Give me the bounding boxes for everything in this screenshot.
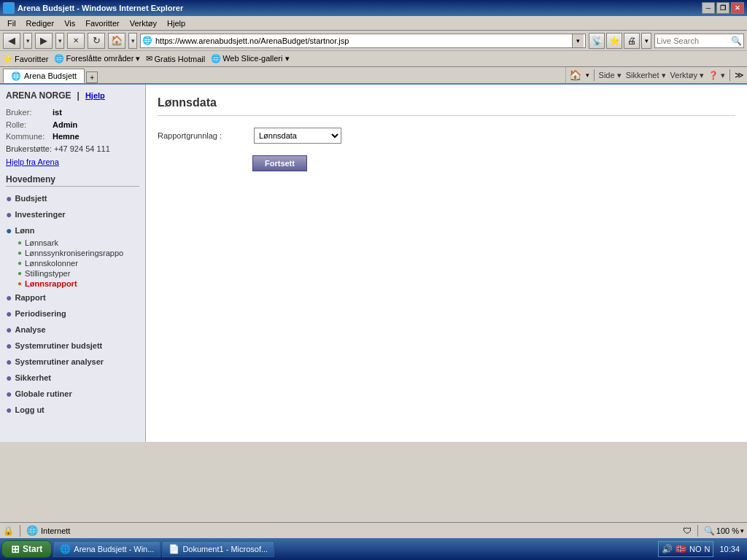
webslice-link[interactable]: 🌐 Web Slice-galleri ▾	[211, 54, 289, 63]
sidebar: ARENA NORGE | Hjelp Bruker: ist Rolle: A…	[0, 85, 146, 442]
rolle-value: Admin	[53, 119, 77, 131]
bullet-icon: ●	[6, 308, 12, 319]
help-button[interactable]: ❓ ▾	[708, 71, 725, 80]
ie-icon: 🌐	[54, 54, 64, 63]
sidebar-item-periodisering[interactable]: ● Periodisering	[6, 306, 139, 321]
bruker-value: ist	[53, 106, 62, 119]
rapportgrunnlag-label: Rapportgrunnlag :	[158, 131, 245, 140]
search-input[interactable]	[657, 36, 729, 45]
search-icon[interactable]: 🔍	[731, 36, 742, 46]
suggested-areas[interactable]: 🌐 Foreslåtte områder ▾	[54, 54, 140, 63]
hotmail-link[interactable]: ✉ Gratis Hotmail	[146, 54, 205, 63]
favorites-button[interactable]: ⭐ Favoritter	[3, 54, 48, 63]
security-button[interactable]: Sikkerhet ▾	[626, 71, 666, 80]
menu-fil[interactable]: Fil	[3, 18, 20, 29]
main-menu-title: Hovedmeny	[6, 174, 139, 187]
page-button[interactable]: Side ▾	[599, 71, 622, 80]
home-cmd-icon[interactable]: 🏠	[569, 69, 581, 81]
minimize-button[interactable]: ─	[702, 2, 715, 14]
sidebar-item-sysanalyser[interactable]: ● Systemrutiner analyser	[6, 354, 139, 369]
home-button[interactable]: 🏠	[108, 33, 125, 49]
back-button[interactable]: ◀	[3, 33, 20, 49]
rolle-label: Rolle:	[6, 119, 50, 131]
sidebar-item-analyse[interactable]: ● Analyse	[6, 322, 139, 337]
restore-button[interactable]: ❐	[716, 2, 729, 14]
favorites-bar: ⭐ Favoritter 🌐 Foreslåtte områder ▾ ✉ Gr…	[0, 51, 747, 67]
menu-verktoy[interactable]: Verktøy	[125, 18, 161, 29]
sidebar-item-sikkerhet[interactable]: ● Sikkerhet	[6, 370, 139, 385]
content-area: Lønnsdata Rapportgrunnlag : Lønnsdata Fo…	[146, 85, 747, 442]
sidebar-item-investeringer[interactable]: ● Investeringer	[6, 207, 139, 222]
print-dropdown[interactable]: ▾	[641, 33, 651, 49]
menu-favoritter[interactable]: Favoritter	[81, 18, 123, 29]
phone-info: Brukerstøtte: +47 924 54 111	[6, 143, 139, 155]
new-tab-button[interactable]: +	[86, 71, 98, 83]
form-row: Rapportgrunnlag : Lønnsdata	[158, 128, 735, 144]
kommune-label: Kommune:	[6, 131, 50, 143]
tab-label: Arena Budsjett	[24, 71, 77, 80]
bruker-label: Bruker:	[6, 106, 50, 119]
tab-icon: 🌐	[11, 71, 21, 81]
menu-rediger[interactable]: Rediger	[22, 18, 59, 29]
bullet-icon: ●	[6, 324, 12, 335]
arena-norge-label: ARENA NORGE	[6, 90, 71, 101]
sidebar-item-lonnskolonner[interactable]: ● Lønnskolonner	[18, 258, 139, 268]
sidebar-item-lonnssynk[interactable]: ● Lønnssynkroniseringsrappo	[18, 248, 139, 258]
address-dropdown[interactable]: ▾	[572, 34, 584, 47]
address-bar[interactable]: 🌐 ▾	[140, 34, 586, 48]
home-dropdown[interactable]: ▾	[128, 33, 137, 49]
bullet-icon: ●	[6, 404, 12, 416]
sidebar-item-budsjett[interactable]: ● Budsjett	[6, 191, 139, 206]
window-icon: 🌐	[3, 2, 15, 14]
home-cmd-dropdown[interactable]: ▾	[586, 71, 589, 79]
phone-number: +47 924 54 111	[54, 144, 110, 153]
sidebar-item-lonn[interactable]: ● Lønn	[6, 223, 139, 238]
bullet-open-icon: ●	[6, 225, 12, 236]
page-title: Lønnsdata	[158, 96, 735, 116]
sub-bullet-icon: ●	[18, 269, 22, 277]
close-button[interactable]: ✕	[731, 2, 744, 14]
bullet-icon: ●	[6, 292, 12, 303]
webslice-icon: 🌐	[211, 54, 221, 63]
sidebar-item-lonnsark[interactable]: ● Lønnsark	[18, 238, 139, 248]
sub-bullet-icon: ●	[18, 249, 22, 257]
sidebar-item-stillingstyper[interactable]: ● Stillingstyper	[18, 268, 139, 279]
sub-bullet-active-icon: ●	[18, 279, 22, 287]
title-bar: 🌐 Arena Budsjett - Windows Internet Expl…	[0, 0, 747, 16]
sidebar-item-sysbudsjett[interactable]: ● Systemrutiner budsjett	[6, 338, 139, 353]
rss-icon[interactable]: 📡	[589, 33, 605, 49]
forward-button[interactable]: ▶	[35, 33, 53, 49]
sidebar-help-link[interactable]: Hjelp	[85, 91, 105, 100]
fortsett-button[interactable]: Fortsett	[252, 155, 307, 171]
sidebar-item-rapport[interactable]: ● Rapport	[6, 290, 139, 305]
header-separator: |	[77, 90, 80, 101]
refresh-button[interactable]: ↻	[88, 33, 105, 49]
bullet-icon: ●	[6, 340, 12, 351]
sidebar-item-loggut[interactable]: ● Logg ut	[6, 402, 139, 417]
user-info: Bruker: ist Rolle: Admin Kommune: Hemne …	[6, 106, 139, 168]
bullet-icon: ●	[6, 209, 12, 220]
nav-toolbar: ◀ ▾ ▶ ▾ ✕ ↻ 🏠 ▾ 🌐 ▾ 📡 ⭐ 🖨 ▾ 🔍	[0, 31, 747, 51]
stop-button[interactable]: ✕	[67, 33, 85, 49]
expand-icon[interactable]: ≫	[735, 70, 744, 80]
sidebar-item-globale[interactable]: ● Globale rutiner	[6, 386, 139, 401]
help-from-arena-link[interactable]: Hjelp fra Arena	[6, 158, 59, 166]
address-input[interactable]	[155, 36, 572, 45]
forward-dropdown[interactable]: ▾	[55, 33, 64, 49]
bullet-icon: ●	[6, 192, 12, 204]
hotmail-icon: ✉	[146, 54, 152, 63]
menu-vis[interactable]: Vis	[60, 18, 80, 29]
rapportgrunnlag-select[interactable]: Lønnsdata	[254, 128, 341, 144]
back-dropdown[interactable]: ▾	[23, 33, 32, 49]
menu-hjelp[interactable]: Hjelp	[163, 18, 190, 29]
bullet-icon: ●	[6, 356, 12, 368]
tools-button[interactable]: Verktøy ▾	[670, 71, 704, 80]
favorites-star-icon[interactable]: ⭐	[606, 33, 622, 49]
sub-bullet-icon: ●	[18, 259, 22, 267]
sidebar-item-lonnsrapport[interactable]: ● Lønnsrapport	[18, 279, 139, 289]
command-bar: 🏠 ▾ Side ▾ Sikkerhet ▾ Verktøy ▾ ❓ ▾ ≫	[565, 67, 747, 83]
tab-arena-budsjett[interactable]: 🌐 Arena Budsjett	[3, 69, 85, 83]
print-icon[interactable]: 🖨	[624, 33, 640, 49]
search-box: 🔍	[654, 34, 744, 48]
menu-bar: Fil Rediger Vis Favoritter Verktøy Hjelp	[0, 16, 747, 31]
